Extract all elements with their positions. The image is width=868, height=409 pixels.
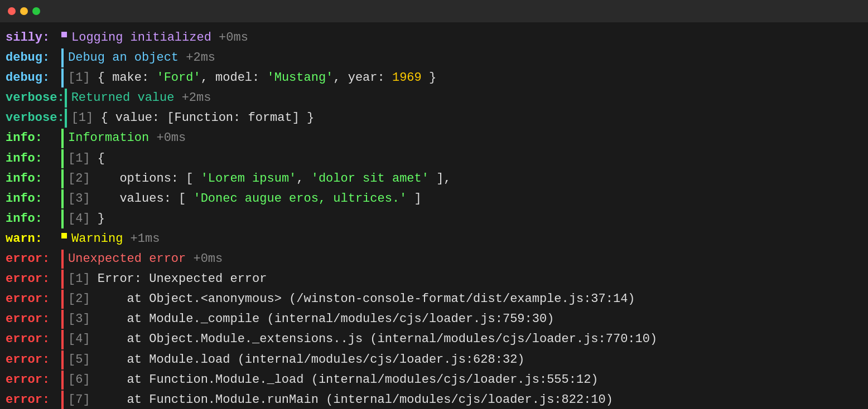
- log-subline: error:[3] at Module._compile (internal/m…: [0, 309, 868, 329]
- log-level: error:: [0, 270, 61, 289]
- log-message-sub: [3] at Module._compile (internal/modules…: [68, 310, 868, 329]
- log-message-sub: [1] Error: Unexpected error: [68, 270, 868, 289]
- log-subline: verbose:[1] { value: [Function: format] …: [0, 108, 868, 128]
- level-indicator-bar: [61, 290, 64, 309]
- log-text: at Module.load (internal/modules/cjs/loa…: [90, 353, 525, 367]
- log-text: { value: [Function: format] }: [93, 111, 314, 125]
- level-indicator-bar: [61, 149, 64, 168]
- level-indicator-bar: [61, 371, 64, 389]
- log-subline: error:[4] at Object.Module._extensions..…: [0, 329, 868, 349]
- bar-container: [6] at Function.Module._load (internal/m…: [61, 371, 868, 389]
- log-number: 1969: [392, 71, 422, 85]
- log-line-info-1: info:Information +0ms: [0, 128, 868, 148]
- log-level: info:: [0, 169, 61, 188]
- log-message-sub: [1] { value: [Function: format] }: [71, 109, 868, 128]
- log-timestamp: +2ms: [179, 51, 215, 65]
- log-message-sub: [2] at Object.<anonymous> (/winston-cons…: [68, 290, 868, 309]
- log-line-debug-1: debug:Debug an object +2ms: [0, 48, 868, 68]
- line-number: [6]: [68, 373, 90, 387]
- log-level: error:: [0, 330, 61, 349]
- level-indicator-bar: [61, 69, 64, 87]
- log-text: {: [90, 152, 105, 165]
- level-indicator-bar: [61, 189, 64, 208]
- log-level: error:: [0, 391, 61, 409]
- log-level: warn:: [0, 230, 61, 249]
- minimize-button[interactable]: [20, 7, 28, 15]
- log-level: error:: [0, 371, 61, 389]
- log-subline: error:[6] at Function.Module._load (inte…: [0, 370, 868, 390]
- level-indicator-bar: [65, 89, 67, 108]
- log-message: Information +0ms: [68, 129, 868, 148]
- log-text: values: [: [90, 192, 194, 206]
- log-text: }: [422, 71, 436, 85]
- log-label: Warning: [71, 232, 123, 246]
- close-button[interactable]: [8, 7, 16, 15]
- level-indicator-bar: [61, 350, 64, 369]
- log-text: options: [: [90, 172, 201, 186]
- bar-container: [4] at Object.Module._extensions..js (in…: [61, 330, 868, 349]
- log-timestamp: +0ms: [186, 252, 223, 266]
- bar-container: [1] Error: Unexpected error: [61, 270, 868, 289]
- log-subline: error:[1] Error: Unexpected error: [0, 269, 868, 289]
- line-number: [1]: [68, 71, 90, 85]
- log-subline: info:[1] {: [0, 149, 868, 169]
- level-indicator-bar: [61, 210, 64, 228]
- level-indicator-bar: [61, 169, 64, 188]
- log-text: at Object.<anonymous> (/winston-console-…: [90, 292, 635, 306]
- line-number: [4]: [68, 212, 90, 226]
- log-message-sub: [1] { make: 'Ford', model: 'Mustang', ye…: [68, 69, 868, 87]
- bar-container: Debug an object +2ms: [61, 48, 868, 67]
- log-level: error:: [0, 290, 61, 309]
- log-subline: info:[3] values: [ 'Donec augue eros, ul…: [0, 189, 868, 209]
- log-label: Debug an object: [68, 51, 179, 65]
- level-indicator-square: [61, 32, 67, 37]
- log-message: Unexpected error +0ms: [68, 250, 868, 269]
- bar-container: [1] { make: 'Ford', model: 'Mustang', ye…: [61, 69, 868, 87]
- log-string: 'Lorem ipsum': [201, 172, 297, 186]
- level-indicator-bar: [65, 109, 67, 128]
- log-message: Logging initialized +0ms: [71, 28, 868, 47]
- log-message-sub: [2] options: [ 'Lorem ipsum', 'dolor sit…: [68, 169, 868, 188]
- bar-container: [1] { value: [Function: format] }: [65, 109, 868, 128]
- log-level: error:: [0, 350, 61, 369]
- bar-container: [1] {: [61, 149, 868, 168]
- log-message: Debug an object +2ms: [68, 48, 868, 67]
- log-message: Warning +1ms: [71, 230, 868, 249]
- log-line-warn-1: warn:Warning +1ms: [0, 229, 868, 249]
- bar-container: Unexpected error +0ms: [61, 250, 868, 269]
- bar-container: Returned value +2ms: [65, 89, 868, 108]
- level-indicator-bar: [61, 310, 64, 329]
- log-level: error:: [0, 250, 61, 269]
- log-text: at Function.Module._load (internal/modul…: [90, 373, 599, 387]
- log-subline: debug:[1] { make: 'Ford', model: 'Mustan…: [0, 68, 868, 88]
- line-number: [2]: [68, 292, 90, 306]
- log-string: 'Mustang': [267, 71, 333, 85]
- log-text: { make:: [90, 71, 157, 85]
- log-label: Returned value: [71, 91, 175, 105]
- log-message: Returned value +2ms: [71, 89, 868, 108]
- log-subline: info:[2] options: [ 'Lorem ipsum', 'dolo…: [0, 169, 868, 189]
- log-timestamp: +1ms: [123, 232, 160, 246]
- log-text: Error: Unexpected error: [90, 272, 267, 286]
- log-level: error:: [0, 310, 61, 329]
- log-label: Information: [68, 131, 149, 145]
- line-number: [2]: [68, 172, 90, 186]
- log-level: info:: [0, 149, 61, 168]
- log-text: ],: [429, 172, 451, 186]
- maximize-button[interactable]: [32, 7, 40, 15]
- log-message-sub: [1] {: [68, 149, 868, 168]
- bar-container: [2] options: [ 'Lorem ipsum', 'dolor sit…: [61, 169, 868, 188]
- level-indicator-bar: [61, 330, 64, 349]
- bar-container: [4] }: [61, 210, 868, 228]
- log-text: }: [90, 212, 105, 226]
- log-subline: error:[2] at Object.<anonymous> (/winsto…: [0, 289, 868, 309]
- bar-container: [3] values: [ 'Donec augue eros, ultrice…: [61, 189, 868, 208]
- level-indicator-bar: [61, 391, 64, 409]
- level-indicator-square: [61, 233, 67, 238]
- log-level: info:: [0, 210, 61, 228]
- log-line-verbose-1: verbose:Returned value +2ms: [0, 88, 868, 108]
- log-message-sub: [5] at Module.load (internal/modules/cjs…: [68, 350, 868, 369]
- bar-container: Information +0ms: [61, 129, 868, 148]
- bar-container: [3] at Module._compile (internal/modules…: [61, 310, 868, 329]
- log-string: 'Donec augue eros, ultrices.': [193, 192, 407, 206]
